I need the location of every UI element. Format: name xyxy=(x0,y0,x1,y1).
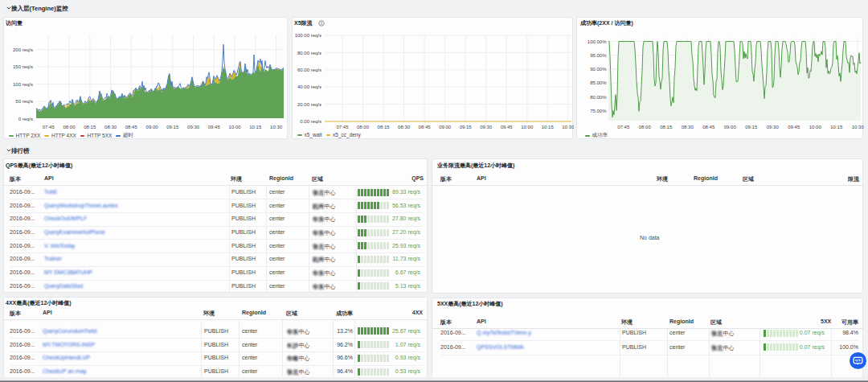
svg-text:08:45: 08:45 xyxy=(419,125,432,129)
svg-text:90.00%: 90.00% xyxy=(590,67,607,72)
svg-text:09:15: 09:15 xyxy=(460,125,473,129)
svg-text:09:30: 09:30 xyxy=(480,125,493,129)
svg-text:80.00%: 80.00% xyxy=(590,95,607,100)
svg-text:09:45: 09:45 xyxy=(788,125,800,129)
svg-text:60.00 req/s: 60.00 req/s xyxy=(297,68,321,72)
svg-text:80.00 req/s: 80.00 req/s xyxy=(297,51,321,55)
svg-text:10:00: 10:00 xyxy=(521,125,534,129)
svg-text:75.00%: 75.00% xyxy=(590,109,607,113)
svg-text:10:15: 10:15 xyxy=(830,125,843,129)
svg-text:150 req/s: 150 req/s xyxy=(13,64,33,69)
svg-text:40.00 req/s: 40.00 req/s xyxy=(297,84,321,89)
svg-text:09:15: 09:15 xyxy=(745,125,758,129)
svg-text:200 req/s: 200 req/s xyxy=(13,47,33,52)
svg-text:09:45: 09:45 xyxy=(501,125,514,129)
svg-text:100.00 req/s: 100.00 req/s xyxy=(295,33,321,38)
svg-text:10:15: 10:15 xyxy=(542,125,555,129)
svg-text:08:45: 08:45 xyxy=(125,125,138,129)
svg-text:08:30: 08:30 xyxy=(104,125,117,129)
svg-text:08:30: 08:30 xyxy=(398,125,411,129)
svg-text:09:30: 09:30 xyxy=(767,125,780,129)
svg-text:10:00: 10:00 xyxy=(229,125,242,129)
svg-text:0 req/s: 0 req/s xyxy=(18,117,33,121)
svg-text:10:30: 10:30 xyxy=(562,125,574,129)
svg-text:10:15: 10:15 xyxy=(249,125,262,129)
svg-text:08:00: 08:00 xyxy=(639,125,652,129)
svg-text:09:00: 09:00 xyxy=(146,125,159,129)
svg-text:100 req/s: 100 req/s xyxy=(13,82,33,87)
svg-text:10:30: 10:30 xyxy=(270,125,283,129)
svg-text:08:15: 08:15 xyxy=(84,125,96,129)
svg-text:08:30: 08:30 xyxy=(682,125,694,129)
svg-text:85.00%: 85.00% xyxy=(590,80,607,85)
svg-text:09:15: 09:15 xyxy=(166,125,179,129)
svg-text:08:45: 08:45 xyxy=(702,125,715,129)
svg-text:07:45: 07:45 xyxy=(43,125,55,129)
svg-text:20.00 req/s: 20.00 req/s xyxy=(297,102,321,107)
svg-text:09:00: 09:00 xyxy=(724,125,737,129)
svg-text:95.00%: 95.00% xyxy=(590,53,607,58)
svg-text:08:15: 08:15 xyxy=(660,125,673,129)
svg-text:09:00: 09:00 xyxy=(439,125,452,129)
svg-text:07:45: 07:45 xyxy=(336,125,349,129)
svg-text:08:00: 08:00 xyxy=(63,125,76,129)
svg-text:08:15: 08:15 xyxy=(378,125,391,129)
svg-text:10:30: 10:30 xyxy=(852,125,864,129)
svg-text:08:00: 08:00 xyxy=(357,125,370,129)
svg-text:50 req/s: 50 req/s xyxy=(15,99,33,104)
svg-text:100.00%: 100.00% xyxy=(588,39,607,44)
svg-text:07:45: 07:45 xyxy=(617,125,630,129)
svg-text:10:00: 10:00 xyxy=(809,125,822,129)
svg-text:09:30: 09:30 xyxy=(187,125,200,129)
svg-text:09:45: 09:45 xyxy=(208,125,221,129)
svg-text:0.00 req/s: 0.00 req/s xyxy=(300,119,321,124)
